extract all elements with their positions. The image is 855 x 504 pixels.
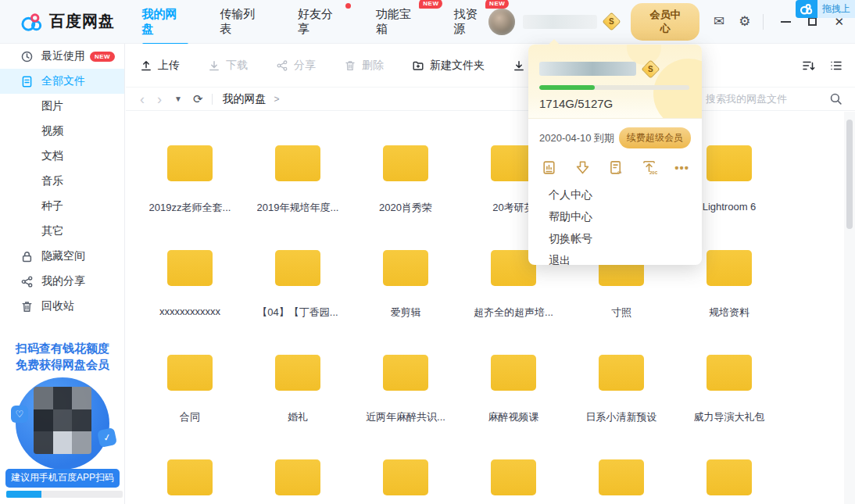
offline-download-icon — [513, 59, 525, 72]
tab-friend-share[interactable]: 好友分享 — [298, 0, 345, 50]
scrollbar-thumb[interactable] — [846, 120, 853, 229]
menu-item-switch-account[interactable]: 切换帐号 — [528, 227, 702, 249]
folder-item[interactable] — [136, 454, 244, 504]
document-icon — [20, 75, 34, 88]
sidebar-item-torrents[interactable]: 种子 — [0, 194, 124, 219]
breadcrumb-root[interactable]: 我的网盘 — [222, 92, 266, 106]
quota-text: 1714G/5127G — [539, 97, 691, 110]
drag-upload-tag[interactable]: 拖拽上 — [796, 0, 855, 18]
folder-item[interactable]: 麻醉视频课 — [460, 349, 567, 454]
new-badge: NEW — [485, 0, 509, 9]
folder-icon — [707, 250, 752, 286]
storage-progress-fill — [6, 491, 41, 498]
folder-icon — [599, 459, 644, 495]
fast-download-icon[interactable] — [574, 159, 591, 176]
refresh-icon[interactable]: ⟳ — [193, 93, 203, 105]
folder-item[interactable]: 2020肖秀荣 — [352, 140, 460, 245]
delete-icon — [344, 59, 356, 72]
share-button[interactable]: 分享 — [276, 59, 316, 73]
member-center-button[interactable]: 会员中心 — [631, 3, 699, 41]
sidebar-item-documents[interactable]: 文档 — [0, 144, 124, 169]
list-view-icon[interactable] — [830, 59, 842, 72]
sidebar-item-music[interactable]: 音乐 — [0, 169, 124, 194]
delete-button[interactable]: 删除 — [344, 59, 384, 73]
settings-icon[interactable]: ⚙ — [739, 15, 750, 28]
unlimited-doc-icon[interactable]: ∞ — [608, 159, 624, 176]
upload-icon — [140, 59, 152, 72]
forward-icon[interactable]: › — [157, 92, 162, 106]
folder-item[interactable] — [460, 454, 567, 504]
tab-transfer-list[interactable]: 传输列表 — [220, 0, 267, 50]
sidebar-item-my-shares[interactable]: 我的分享 — [0, 269, 124, 294]
minimize-icon[interactable] — [781, 16, 791, 28]
share-icon — [276, 59, 288, 72]
menu-item-logout[interactable]: 退出 — [528, 249, 702, 271]
netdisk-mini-logo-icon — [796, 0, 817, 18]
sidebar: 最近使用 NEW 全部文件 图片 视频 文档 音乐 种子 其它 隐藏空间 我的分… — [0, 44, 125, 504]
top-navigation: 我的网盘 传输列表 好友分享 功能宝箱NEW 找资源NEW — [142, 0, 489, 50]
chevron-down-icon[interactable]: ▼ — [174, 95, 182, 103]
download-button[interactable]: 下载 — [208, 59, 248, 73]
back-icon[interactable]: ‹ — [140, 92, 145, 106]
folder-item[interactable]: 爱剪辑 — [352, 245, 460, 349]
toolbar: 上传 下载 分享 删除 新建文件夹 离线下载 — [126, 44, 855, 88]
folder-icon — [491, 459, 536, 495]
user-account-popup: S 1714G/5127G 2020-04-10 到期 续费超级会员 ∞ 20G — [528, 45, 702, 265]
folder-item[interactable] — [352, 454, 460, 504]
sidebar-item-all-files[interactable]: 全部文件 — [0, 69, 124, 94]
main-panel: 上传 下载 分享 删除 新建文件夹 离线下载 — [126, 44, 855, 504]
folder-item[interactable] — [244, 454, 352, 504]
folder-item[interactable] — [675, 454, 783, 504]
folder-item[interactable]: 2019年规培年度... — [244, 140, 352, 245]
folder-label: 麻醉视频课 — [488, 410, 539, 424]
sidebar-item-pictures[interactable]: 图片 — [0, 94, 124, 119]
username-censored — [523, 15, 597, 29]
sidebar-item-others[interactable]: 其它 — [0, 219, 124, 244]
search-input[interactable] — [706, 93, 823, 105]
folder-item[interactable]: xxxxxxxxxxxx — [136, 245, 244, 349]
heart-icon: ♡ — [11, 406, 28, 423]
svg-text:∞: ∞ — [617, 169, 622, 176]
mail-icon[interactable]: ✉ — [714, 15, 724, 28]
menu-item-personal-center[interactable]: 个人中心 — [528, 184, 702, 206]
more-icon[interactable]: ••• — [674, 161, 689, 174]
qr-code-graphic: ♡ ✓ — [14, 377, 111, 470]
renew-svip-button[interactable]: 续费超级会员 — [619, 127, 691, 148]
folder-item[interactable]: 【04】【丁香园... — [244, 245, 352, 349]
sidebar-item-hidden-space[interactable]: 隐藏空间 — [0, 244, 124, 269]
folder-icon — [167, 459, 213, 495]
scan-qr-button[interactable]: 建议用手机百度APP扫码 — [5, 469, 120, 488]
quota-progress-fill — [539, 85, 595, 90]
folder-label: 合同 — [180, 410, 200, 424]
tab-my-drive[interactable]: 我的网盘 — [142, 0, 189, 50]
promo-line2: 免费获得网盘会员 — [0, 356, 125, 373]
folder-icon — [275, 459, 320, 495]
baidu-netdisk-window: 百度网盘 我的网盘 传输列表 好友分享 功能宝箱NEW 找资源NEW S 会员中… — [0, 0, 855, 504]
folder-item[interactable]: 威力导演大礼包 — [675, 349, 783, 454]
sidebar-item-recycle-bin[interactable]: 回收站 — [0, 294, 124, 319]
folder-item[interactable]: 婚礼 — [244, 349, 352, 454]
search-box — [706, 92, 842, 105]
menu-item-help-center[interactable]: 帮助中心 — [528, 206, 702, 227]
search-icon[interactable] — [829, 92, 842, 105]
new-badge: NEW — [419, 0, 442, 9]
sidebar-item-recent[interactable]: 最近使用 NEW — [0, 44, 124, 69]
upload-20g-icon[interactable]: 20G — [641, 159, 657, 176]
folder-item[interactable]: 2019zz老师全套... — [136, 140, 244, 245]
check-icon: ✓ — [97, 427, 117, 448]
folder-item[interactable]: 合同 — [136, 349, 244, 454]
user-avatar[interactable] — [488, 9, 515, 35]
new-folder-button[interactable]: 新建文件夹 — [412, 59, 485, 73]
folder-item[interactable] — [567, 454, 675, 504]
sort-icon[interactable] — [802, 59, 816, 72]
upload-button[interactable]: 上传 — [140, 59, 180, 73]
folder-item[interactable]: 日系小清新预设 — [567, 349, 675, 454]
tab-toolbox[interactable]: 功能宝箱NEW — [376, 0, 423, 50]
scrollbar[interactable] — [844, 112, 855, 504]
folder-icon — [491, 355, 536, 391]
folder-label: 2020肖秀荣 — [379, 201, 432, 215]
folder-item[interactable]: 近两年麻醉共识... — [352, 349, 460, 454]
member-card-icon[interactable] — [541, 159, 557, 176]
tab-find-resources[interactable]: 找资源NEW — [453, 0, 488, 50]
sidebar-item-videos[interactable]: 视频 — [0, 119, 124, 144]
